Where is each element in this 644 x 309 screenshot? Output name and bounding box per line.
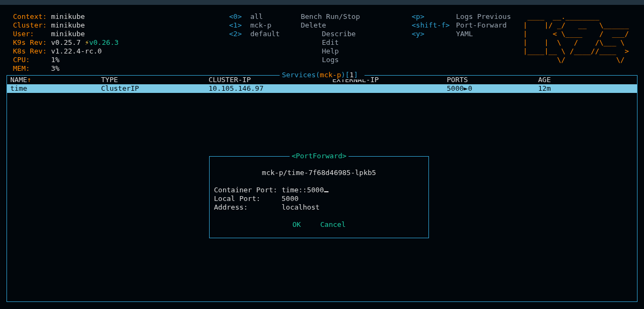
container-port-label: Container Port: xyxy=(214,186,277,194)
shortcut-item: <0> all xyxy=(229,12,292,21)
shortcut-item: <1> mck-p xyxy=(229,21,292,30)
col-name[interactable]: NAME xyxy=(10,76,27,84)
shortcut-item: Help xyxy=(292,47,412,56)
cluster-value: minikube xyxy=(51,21,85,29)
panel-title: Services(mck-p)[1] xyxy=(280,71,365,79)
cell-age: 12m xyxy=(538,84,634,93)
cell-type: ClusterIP xyxy=(101,84,209,93)
k9s-rev-new: v0.26.3 xyxy=(89,38,119,46)
user-label: User: xyxy=(13,30,34,38)
sort-asc-icon: ↑ xyxy=(27,76,31,84)
user-value: minikube xyxy=(51,30,85,38)
k9s-logo: ____ __.________ | |/ _/ __ \______ | < … xyxy=(523,12,629,64)
cluster-info: Context: minikube Cluster: minikube User… xyxy=(13,12,229,73)
mem-label: MEM: xyxy=(13,64,30,72)
dialog-pod-name: mck-p/time-7f68d46985-lpkb5 xyxy=(214,169,424,177)
context-label: Context: xyxy=(13,12,47,21)
cluster-label: Cluster: xyxy=(13,21,47,29)
col-type[interactable]: TYPE xyxy=(101,76,209,84)
shortcut-item: <2> default xyxy=(229,30,292,38)
port-forward-dialog: <PortForward> mck-p/time-7f68d46985-lpkb… xyxy=(209,156,429,238)
cpu-label: CPU: xyxy=(13,56,30,64)
shortcuts-namespaces: <0> all<1> mck-p<2> default xyxy=(229,12,292,73)
shortcut-item: Delete xyxy=(292,21,412,30)
dialog-title: <PortForward> xyxy=(290,152,349,160)
shortcuts-actions-1: Bench Run/Stop Delete Describe Edit Help… xyxy=(292,12,412,73)
col-age[interactable]: AGE xyxy=(538,76,634,84)
cell-cluster-ip: 10.105.146.97 xyxy=(209,84,332,93)
shortcut-item: Bench Run/Stop xyxy=(292,12,412,21)
window-titlebar xyxy=(0,0,644,5)
shortcut-key: <shift-f> xyxy=(412,21,456,30)
ok-button[interactable]: OK xyxy=(292,220,301,229)
cell-ports: 5000►0 xyxy=(447,84,538,93)
mem-value: 3% xyxy=(51,64,59,72)
cell-name: time xyxy=(10,84,101,93)
shortcut-item: Logs xyxy=(292,56,412,64)
k8s-rev-value: v1.22.4-rc.0 xyxy=(51,47,102,55)
local-port-label: Local Port: xyxy=(214,194,260,203)
shortcut-key: <p> xyxy=(412,12,456,21)
address-label: Address: xyxy=(214,203,248,211)
dialog-fields: Container Port: time::5000 Local Port: 5… xyxy=(214,186,424,212)
lightning-icon: ⚡ xyxy=(85,38,89,46)
table-row[interactable]: time ClusterIP 10.105.146.97 5000►0 12m xyxy=(7,84,637,93)
local-port-input[interactable]: 5000 xyxy=(281,194,298,203)
context-value: minikube xyxy=(51,12,85,21)
k9s-rev-value: v0.25.7 xyxy=(51,38,81,46)
k9s-rev-label: K9s Rev: xyxy=(13,38,47,46)
cpu-value: 1% xyxy=(51,56,59,64)
k8s-rev-label: K8s Rev: xyxy=(13,47,47,55)
shortcuts-actions-2-keys: <p><shift-f><y> xyxy=(412,12,456,73)
shortcut-item: Edit xyxy=(292,38,412,47)
col-ports[interactable]: PORTS xyxy=(447,76,538,84)
text-cursor-icon xyxy=(324,191,328,192)
shortcut-key: <y> xyxy=(412,30,456,38)
cancel-button[interactable]: Cancel xyxy=(320,220,346,229)
container-port-input[interactable]: time::5000 xyxy=(281,186,324,194)
address-input[interactable]: localhost xyxy=(281,203,319,211)
shortcut-item: Describe xyxy=(292,30,412,38)
terminal-area: Context: minikube Cluster: minikube User… xyxy=(0,5,644,309)
